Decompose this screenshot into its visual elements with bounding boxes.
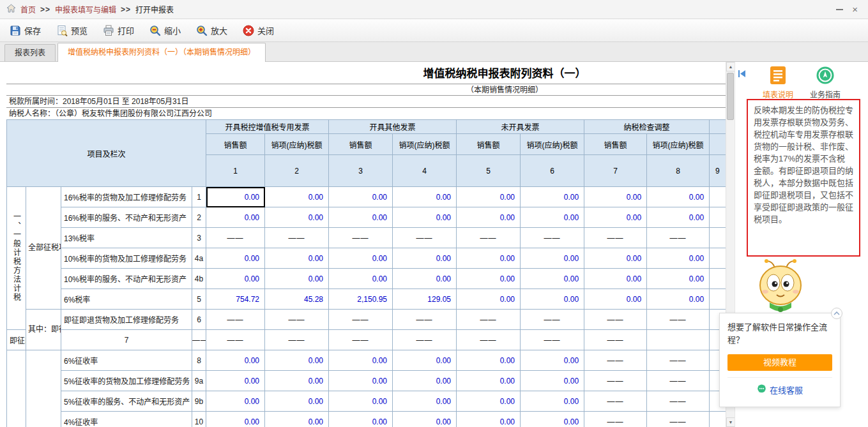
value-cell[interactable]: 0.00	[329, 350, 393, 371]
value-cell[interactable]: 0.00	[329, 371, 393, 391]
value-cell-clipped[interactable]	[710, 248, 726, 269]
value-cell[interactable]: 0.00	[457, 371, 521, 391]
value-cell[interactable]: 0.00	[457, 248, 521, 269]
minimize-icon[interactable]	[836, 9, 843, 10]
close-window-icon[interactable]: ×	[852, 4, 858, 14]
value-cell[interactable]: 0.00	[393, 269, 457, 289]
disabled-cell: ——	[329, 330, 393, 350]
item-label: 6%征收率	[61, 350, 192, 371]
panel-collapse-icon[interactable]	[737, 69, 747, 80]
save-button[interactable]: 保存	[4, 22, 47, 39]
print-button[interactable]: 打印	[97, 22, 140, 39]
online-service-link[interactable]: 在线客服	[727, 377, 832, 396]
value-cell[interactable]: 0.00	[393, 187, 457, 207]
value-cell[interactable]: 0.00	[329, 207, 393, 228]
value-cell[interactable]: 0.00	[521, 412, 584, 427]
value-cell[interactable]: 0.00	[265, 187, 329, 207]
breadcrumb-home-link[interactable]: 首页	[20, 4, 36, 15]
video-tutorial-button[interactable]: 视频教程	[727, 354, 832, 371]
close-button[interactable]: 关闭	[237, 22, 280, 39]
value-cell[interactable]: 0.00	[521, 371, 584, 391]
value-cell[interactable]: 0.00	[206, 391, 265, 412]
value-cell-clipped[interactable]	[647, 330, 710, 350]
value-cell[interactable]: 0.00	[584, 187, 647, 207]
tab-report-list[interactable]: 报表列表	[4, 44, 56, 61]
value-cell[interactable]: 0.00	[521, 248, 584, 269]
value-cell[interactable]: 0.00	[265, 371, 329, 391]
zoom-out-button[interactable]: 缩小	[144, 22, 187, 39]
value-cell[interactable]: 0.00	[206, 412, 265, 427]
value-cell[interactable]: 0.00	[393, 248, 457, 269]
value-cell[interactable]: 0.00	[206, 248, 265, 269]
value-cell[interactable]: 0.00	[329, 248, 393, 269]
value-cell[interactable]: 0.00	[647, 269, 710, 289]
value-cell-clipped[interactable]	[710, 228, 726, 248]
breadcrumb-edit-link[interactable]: 申报表填写与编辑	[55, 4, 116, 15]
value-cell[interactable]: 0.00	[393, 391, 457, 412]
value-cell[interactable]: 0.00	[457, 187, 521, 207]
tab-vat-attachment[interactable]: 增值税纳税申报表附列资料（一）（本期销售情况明细）	[57, 43, 266, 62]
fill-instructions-label: 填表说明	[763, 89, 793, 100]
value-cell[interactable]: 0.00	[521, 350, 584, 371]
value-cell[interactable]: 0.00	[457, 391, 521, 412]
preview-button[interactable]: 预览	[50, 22, 93, 39]
value-cell[interactable]: 0.00	[265, 391, 329, 412]
scrollbar-thumb[interactable]	[727, 73, 734, 120]
value-cell[interactable]: 0.00	[329, 412, 393, 427]
tab-fill-instructions[interactable]: 填表说明	[759, 66, 796, 100]
value-cell[interactable]: 0.00	[393, 350, 457, 371]
value-cell[interactable]: 0.00	[521, 269, 584, 289]
value-cell[interactable]: 0.00	[457, 269, 521, 289]
value-cell[interactable]: 0.00	[265, 350, 329, 371]
value-cell-clipped[interactable]	[710, 412, 726, 427]
value-cell[interactable]: 0.00	[647, 289, 710, 310]
value-cell[interactable]: 2,150.95	[329, 289, 393, 310]
value-cell[interactable]: 0.00	[647, 187, 710, 207]
value-cell[interactable]: 0.00	[521, 187, 584, 207]
value-cell[interactable]: 0.00	[206, 207, 265, 228]
value-cell[interactable]: 0.00	[584, 289, 647, 310]
value-cell[interactable]: 0.00	[393, 371, 457, 391]
value-cell[interactable]: 0.00	[265, 412, 329, 427]
scroll-up-icon[interactable]: ▲	[726, 62, 735, 71]
value-cell[interactable]: 0.00	[457, 412, 521, 427]
value-cell[interactable]: 0.00	[647, 248, 710, 269]
value-cell[interactable]: 0.00	[393, 207, 457, 228]
value-cell-clipped[interactable]	[710, 289, 726, 310]
value-cell[interactable]: 0.00	[457, 289, 521, 310]
value-cell[interactable]: 0.00	[584, 207, 647, 228]
value-cell[interactable]: 0.00	[265, 269, 329, 289]
column-number: 1	[206, 155, 265, 187]
value-cell[interactable]: 754.72	[206, 289, 265, 310]
value-cell[interactable]: 0.00	[265, 207, 329, 228]
value-cell[interactable]: 0.00	[457, 207, 521, 228]
value-cell[interactable]: 0.00	[265, 248, 329, 269]
value-cell[interactable]: 0.00	[206, 187, 265, 207]
value-cell[interactable]: 0.00	[584, 248, 647, 269]
value-cell[interactable]: 0.00	[521, 391, 584, 412]
disabled-cell: ——	[457, 228, 521, 248]
value-cell[interactable]: 0.00	[584, 269, 647, 289]
value-cell[interactable]: 0.00	[206, 269, 265, 289]
value-cell[interactable]: 0.00	[206, 371, 265, 391]
value-cell[interactable]: 0.00	[521, 207, 584, 228]
value-cell[interactable]: 0.00	[647, 207, 710, 228]
value-cell[interactable]: 45.28	[265, 289, 329, 310]
toolbar: 保存 预览 打印 缩小 放大	[0, 19, 868, 42]
disabled-cell: ——	[265, 330, 329, 350]
value-cell[interactable]: 129.05	[393, 289, 457, 310]
zoom-in-button[interactable]: 放大	[190, 22, 233, 39]
value-cell[interactable]: 0.00	[457, 350, 521, 371]
value-cell[interactable]: 0.00	[329, 187, 393, 207]
value-cell-clipped[interactable]	[710, 187, 726, 207]
value-cell[interactable]: 0.00	[329, 391, 393, 412]
value-cell[interactable]: 0.00	[329, 269, 393, 289]
scroll-down-icon[interactable]: ▼	[726, 417, 735, 427]
collapse-popup-button[interactable]	[831, 308, 842, 319]
value-cell[interactable]: 0.00	[521, 289, 584, 310]
tab-business-guide[interactable]: 业务指南	[807, 66, 844, 100]
value-cell-clipped[interactable]	[710, 207, 726, 228]
value-cell[interactable]: 0.00	[393, 412, 457, 427]
value-cell-clipped[interactable]	[710, 269, 726, 289]
value-cell[interactable]: 0.00	[206, 350, 265, 371]
